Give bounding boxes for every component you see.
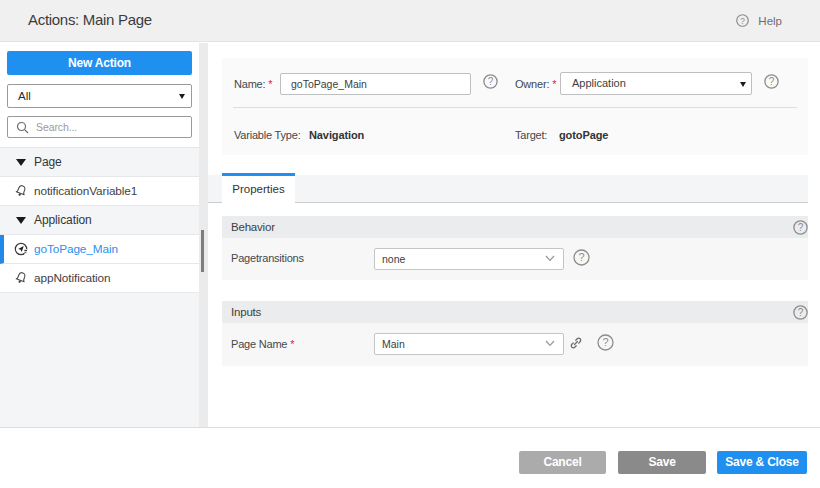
svg-text:?: ? bbox=[798, 222, 804, 233]
svg-text:?: ? bbox=[488, 76, 494, 87]
svg-text:?: ? bbox=[740, 16, 745, 26]
svg-text:?: ? bbox=[578, 251, 584, 263]
svg-text:?: ? bbox=[798, 307, 804, 318]
svg-text:?: ? bbox=[769, 76, 775, 87]
svg-text:?: ? bbox=[602, 336, 608, 348]
